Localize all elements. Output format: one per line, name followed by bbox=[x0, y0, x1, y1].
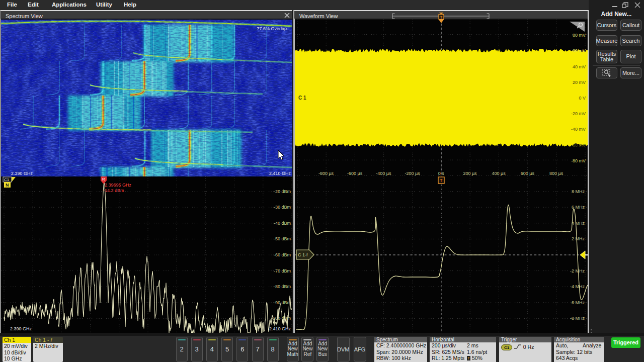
svg-text:-70 dBm: -70 dBm bbox=[274, 268, 291, 274]
svg-text:8 MHz: 8 MHz bbox=[572, 189, 585, 194]
svg-text:60 mV: 60 mV bbox=[573, 48, 586, 53]
svg-text:400 µs: 400 µs bbox=[492, 171, 506, 176]
svg-text:-400 µs: -400 µs bbox=[376, 171, 391, 176]
svg-text:-90 dBm: -90 dBm bbox=[274, 300, 291, 305]
svg-text:-800 µs: -800 µs bbox=[318, 171, 334, 176]
svg-text:-4 MHz: -4 MHz bbox=[570, 284, 585, 289]
svg-text:4 MHz: 4 MHz bbox=[572, 221, 585, 226]
svg-text:20 mV: 20 mV bbox=[573, 80, 586, 85]
svg-text:2.390 GHz: 2.390 GHz bbox=[10, 326, 32, 331]
svg-text:-50 dBm: -50 dBm bbox=[274, 236, 291, 241]
svg-text:-60 mV: -60 mV bbox=[571, 143, 586, 148]
svg-text:-20 dBm: -20 dBm bbox=[274, 189, 291, 194]
svg-text:T: T bbox=[440, 15, 443, 20]
svg-text:-60 dBm: -60 dBm bbox=[274, 252, 291, 257]
svg-text:C 1-f: C 1-f bbox=[298, 252, 308, 257]
svg-text:200 µs: 200 µs bbox=[463, 171, 477, 176]
svg-text:R: R bbox=[102, 177, 105, 182]
svg-text:77.6% Overlap: 77.6% Overlap bbox=[257, 26, 287, 31]
svg-text:2 MHz: 2 MHz bbox=[572, 236, 585, 241]
svg-text:-20 mV: -20 mV bbox=[571, 111, 586, 116]
svg-text:N: N bbox=[6, 183, 9, 188]
svg-text:T: T bbox=[440, 178, 443, 183]
svg-text:80 mV: 80 mV bbox=[573, 33, 586, 38]
svg-text:40 mV: 40 mV bbox=[573, 64, 586, 69]
svg-text:C 1: C 1 bbox=[298, 95, 306, 101]
svg-text:-80 dBm: -80 dBm bbox=[274, 284, 291, 289]
svg-text:-600 µs: -600 µs bbox=[347, 171, 363, 176]
svg-text:2.39695 GHz: 2.39695 GHz bbox=[105, 183, 132, 188]
svg-text:2.390 GHz: 2.390 GHz bbox=[11, 171, 33, 176]
svg-text:0 V: 0 V bbox=[579, 96, 586, 101]
svg-text:-8 MHz: -8 MHz bbox=[570, 316, 585, 321]
svg-text:-80 mV: -80 mV bbox=[571, 158, 586, 163]
svg-text:-14.2 dBm: -14.2 dBm bbox=[103, 188, 124, 193]
svg-text:-40 dBm: -40 dBm bbox=[274, 221, 291, 226]
svg-text:600 µs: 600 µs bbox=[521, 171, 535, 176]
svg-text:800 µs: 800 µs bbox=[549, 171, 564, 176]
svg-text:-200 µs: -200 µs bbox=[405, 171, 420, 176]
svg-text:-30 dBm: -30 dBm bbox=[274, 205, 291, 210]
svg-text:C1: C1 bbox=[4, 177, 10, 182]
svg-text:-40 mV: -40 mV bbox=[571, 127, 586, 132]
svg-text:2.410 GHz: 2.410 GHz bbox=[269, 171, 291, 176]
svg-text:2.410 GHz: 2.410 GHz bbox=[269, 326, 291, 331]
svg-text:-2 MHz: -2 MHz bbox=[570, 268, 585, 274]
svg-text:0 s: 0 s bbox=[438, 171, 445, 176]
svg-text:-6 MHz: -6 MHz bbox=[570, 300, 585, 305]
